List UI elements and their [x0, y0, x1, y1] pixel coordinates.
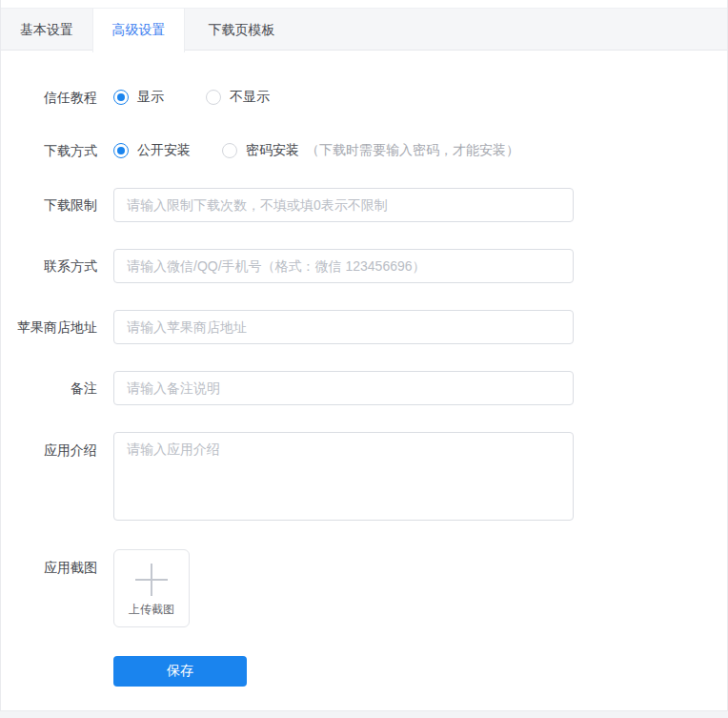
radio-public-install-icon[interactable] [113, 143, 129, 158]
radio-option-show[interactable]: 显示 [113, 89, 164, 106]
radio-hide-label[interactable]: 不显示 [230, 89, 270, 106]
appstore-url-input[interactable] [113, 310, 574, 344]
radio-show-label[interactable]: 显示 [137, 89, 164, 106]
field-label-remark: 备注 [1, 379, 113, 398]
radio-public-install-label[interactable]: 公开安装 [137, 142, 191, 159]
field-label-download-limit: 下载限制 [1, 195, 113, 215]
radio-option-public-install[interactable]: 公开安装 [113, 142, 191, 159]
tabs-top-spacer [1, 0, 727, 8]
tab-basic-settings[interactable]: 基本设置 [1, 9, 92, 51]
field-label-appstore-url: 苹果商店地址 [1, 318, 113, 337]
contact-input[interactable] [113, 249, 574, 283]
form-row-contact: 联系方式 [1, 249, 727, 283]
tab-download-page-template[interactable]: 下载页模板 [185, 9, 298, 51]
app-intro-textarea[interactable] [113, 432, 574, 521]
form-row-appstore-url: 苹果商店地址 [1, 310, 727, 344]
tab-bar: 基本设置 高级设置 下载页模板 [1, 8, 727, 51]
radio-option-password-install[interactable]: 密码安装 [222, 142, 299, 159]
save-button[interactable]: 保存 [113, 656, 247, 687]
field-label-app-intro: 应用介绍 [1, 432, 113, 460]
form-row-download-limit: 下载限制 [1, 188, 727, 222]
settings-panel: 基本设置 高级设置 下载页模板 信任教程 显示 不显示 下载方式 公开安装 [0, 0, 728, 711]
download-limit-input[interactable] [113, 188, 574, 222]
radio-option-hide[interactable]: 不显示 [206, 89, 270, 106]
form-row-remark: 备注 [1, 371, 727, 405]
radio-show-icon[interactable] [113, 90, 129, 105]
field-label-trust-tutorial: 信任教程 [1, 88, 113, 107]
tab-advanced-settings[interactable]: 高级设置 [92, 9, 185, 52]
advanced-settings-form: 信任教程 显示 不显示 下载方式 公开安装 密码安装 （下载时需要输入密码，才能… [1, 51, 727, 687]
password-install-note: （下载时需要输入密码，才能安装） [306, 142, 519, 159]
form-row-trust-tutorial: 信任教程 显示 不显示 [1, 88, 727, 107]
field-label-download-method: 下载方式 [1, 141, 113, 160]
form-row-download-method: 下载方式 公开安装 密码安装 （下载时需要输入密码，才能安装） [1, 141, 727, 160]
form-row-app-screenshot: 应用截图 上传截图 [1, 549, 727, 627]
form-row-app-intro: 应用介绍 [1, 432, 727, 521]
upload-screenshot-label: 上传截图 [129, 602, 174, 618]
radio-hide-icon[interactable] [206, 90, 221, 105]
radio-password-install-label[interactable]: 密码安装 [246, 142, 299, 159]
field-label-app-screenshot: 应用截图 [1, 549, 113, 577]
field-label-contact: 联系方式 [1, 256, 113, 276]
radio-password-install-icon[interactable] [222, 143, 237, 158]
plus-icon [135, 564, 168, 596]
form-row-save: 保存 [1, 656, 727, 687]
remark-input[interactable] [113, 371, 574, 405]
upload-screenshot-box[interactable]: 上传截图 [113, 549, 190, 627]
